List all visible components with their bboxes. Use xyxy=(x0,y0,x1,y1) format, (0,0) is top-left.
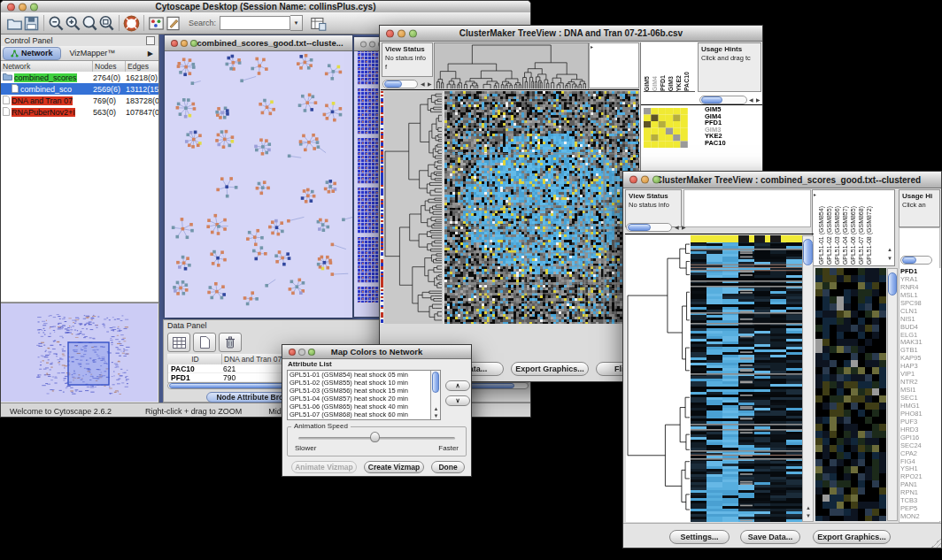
gene-label[interactable]: PAN1 xyxy=(900,481,941,489)
save-session-icon[interactable] xyxy=(23,15,40,32)
gene-label[interactable]: RPN1 xyxy=(900,489,941,497)
network-table-row[interactable]: combined_sco2569(6)13112(15) xyxy=(1,83,158,95)
scroll-right-arrow[interactable]: ▶ xyxy=(682,225,686,230)
scroll-left-arrow[interactable]: ◀ xyxy=(749,97,753,103)
gene-label[interactable]: GPI16 xyxy=(900,434,941,442)
main-title-bar[interactable]: Cytoscape Desktop (Session Name: collins… xyxy=(1,1,530,13)
network-table-row[interactable]: combined_scores2764(0)16218(0) xyxy=(1,72,158,83)
animate-vizmap-button[interactable]: Animate Vizmap xyxy=(291,461,357,473)
minimize-button[interactable] xyxy=(641,176,649,184)
done-button[interactable]: Done xyxy=(431,461,465,473)
attribute-list-item[interactable]: GPL51-02 (GSM855) heat shock 10 min xyxy=(288,379,430,387)
attribute-list-item[interactable]: GPL51-06 (GSM865) heat shock 40 min xyxy=(288,403,430,410)
gene-label[interactable]: SEC24 xyxy=(900,442,941,450)
scroll-right-arrow[interactable]: ▶ xyxy=(756,97,761,103)
gene-label[interactable]: GTB1 xyxy=(900,347,941,355)
vizmapper-icon[interactable] xyxy=(148,15,165,32)
gene-label[interactable]: KAP95 xyxy=(900,355,941,363)
export-graphics-button[interactable]: Export Graphics... xyxy=(511,362,589,376)
attribute-list-item[interactable]: GPL51-03 (GSM856) heat shock 15 min xyxy=(288,387,430,395)
export-graphics-button[interactable]: Export Graphics... xyxy=(813,530,891,544)
gene-label[interactable]: RNR4 xyxy=(900,284,941,292)
gene-label[interactable]: FIG4 xyxy=(900,458,941,466)
new-attribute-button[interactable] xyxy=(193,333,216,352)
select-attributes-button[interactable] xyxy=(167,333,190,352)
tab-network[interactable]: Network xyxy=(3,47,61,60)
usage-hints-scrollbar[interactable] xyxy=(900,256,932,265)
treeview2-title-bar[interactable]: ClusterMaker TreeView : combined_scores_… xyxy=(623,172,941,188)
secondary-vscrollbar[interactable] xyxy=(887,268,898,521)
scroll-thumb[interactable] xyxy=(803,239,813,265)
gene-label[interactable]: CPA2 xyxy=(900,450,941,458)
float-panel-icon[interactable] xyxy=(146,36,155,45)
gene-label[interactable]: TCB3 xyxy=(900,497,941,505)
column-dendrogram-canvas[interactable] xyxy=(434,42,589,90)
scroll-thumb[interactable] xyxy=(701,96,722,104)
minimize-button[interactable] xyxy=(19,3,27,11)
gene-label[interactable]: SEC1 xyxy=(900,395,941,403)
scroll-up-arrow[interactable]: ▲ xyxy=(887,247,892,252)
import-table-icon[interactable] xyxy=(310,15,327,32)
attribute-list-item[interactable]: GPL51-04 (GSM857) heat shock 20 min xyxy=(288,395,430,403)
attribute-list-item[interactable]: GPL51-07 (GSM868) heat shock 60 min xyxy=(288,410,430,418)
zoom-button[interactable] xyxy=(652,176,660,184)
close-button[interactable] xyxy=(289,349,296,356)
settings-button[interactable]: Settings... xyxy=(669,530,730,544)
resize-grip[interactable] xyxy=(930,537,942,548)
birdseye-view[interactable] xyxy=(1,303,159,403)
zoom-selected-icon[interactable] xyxy=(81,15,98,32)
close-button[interactable] xyxy=(7,3,15,11)
gene-label[interactable]: HRD3 xyxy=(900,426,941,434)
create-vizmap-button[interactable]: Create Vizmap xyxy=(364,461,424,473)
scroll-thumb[interactable] xyxy=(432,372,439,393)
treeview2-hscrollbar[interactable] xyxy=(626,223,672,232)
gene-label[interactable]: HAP3 xyxy=(900,363,941,371)
usage-hints-scrollbar[interactable] xyxy=(699,96,747,104)
save-data-button[interactable]: Save Data... xyxy=(740,530,800,544)
gene-label[interactable]: PFD1 xyxy=(900,268,941,276)
zoom-button[interactable] xyxy=(308,349,315,356)
treeview1-title-bar[interactable]: ClusterMaker TreeView : DNA and Tran 07-… xyxy=(380,26,762,42)
zoom-button[interactable] xyxy=(409,29,417,37)
scroll-thumb[interactable] xyxy=(384,81,402,88)
scroll-left-arrow[interactable]: ◀ xyxy=(675,225,679,230)
annotation-icon[interactable] xyxy=(165,15,181,32)
gene-label[interactable]: SPC98 xyxy=(900,300,941,308)
minimize-button[interactable] xyxy=(369,41,375,47)
close-button[interactable] xyxy=(360,41,367,47)
gene-label[interactable]: NTR2 xyxy=(900,379,941,387)
scroll-down-arrow[interactable]: ▼ xyxy=(806,513,811,518)
open-file-icon[interactable] xyxy=(6,15,23,32)
scroll-down-arrow[interactable]: ▼ xyxy=(434,413,439,418)
gene-label[interactable]: PUF3 xyxy=(900,418,941,426)
scroll-up-arrow[interactable]: ▲ xyxy=(434,406,439,411)
gene-label[interactable]: YRA1 xyxy=(900,276,941,284)
cluster-heatmap-canvas[interactable] xyxy=(644,108,688,148)
delete-attribute-button[interactable] xyxy=(219,333,242,352)
gene-label[interactable]: PEP5 xyxy=(900,505,941,513)
gene-label[interactable]: HMG1 xyxy=(900,403,941,410)
minimize-button[interactable] xyxy=(398,29,405,37)
gene-label[interactable]: MSI1 xyxy=(900,387,941,395)
minimize-button[interactable] xyxy=(181,40,188,47)
dialog-title-bar[interactable]: Map Colors to Network xyxy=(282,345,471,359)
attribute-list-scrollbar[interactable]: ▲ ▼ xyxy=(430,371,440,419)
attribute-listbox[interactable]: GPL51-01 (GSM854) heat shock 05 minGPL51… xyxy=(287,370,441,420)
gene-label[interactable]: MSL1 xyxy=(900,292,941,300)
scroll-thumb[interactable] xyxy=(902,257,916,264)
move-down-button[interactable]: ∨ xyxy=(445,395,470,406)
attribute-list-item[interactable]: GPL51-01 (GSM854) heat shock 05 min xyxy=(288,371,430,379)
gene-label[interactable]: BUD4 xyxy=(900,324,941,332)
heatmap-canvas[interactable] xyxy=(444,91,639,324)
minimize-button[interactable] xyxy=(298,349,305,356)
scroll-thumb[interactable] xyxy=(628,224,651,231)
gene-label[interactable]: VIP1 xyxy=(900,371,941,379)
gene-label[interactable]: NIS1 xyxy=(900,316,941,324)
gene-label[interactable]: PHO81 xyxy=(900,410,941,418)
row-dendrogram-canvas[interactable] xyxy=(384,91,443,324)
treeview1-hscrollbar[interactable] xyxy=(382,80,418,88)
gene-label[interactable]: ELG1 xyxy=(900,332,941,340)
gene-label[interactable]: MAK31 xyxy=(900,339,941,347)
scroll-up-arrow[interactable]: ▲ xyxy=(806,505,811,510)
gene-label[interactable]: MON2 xyxy=(900,513,941,521)
